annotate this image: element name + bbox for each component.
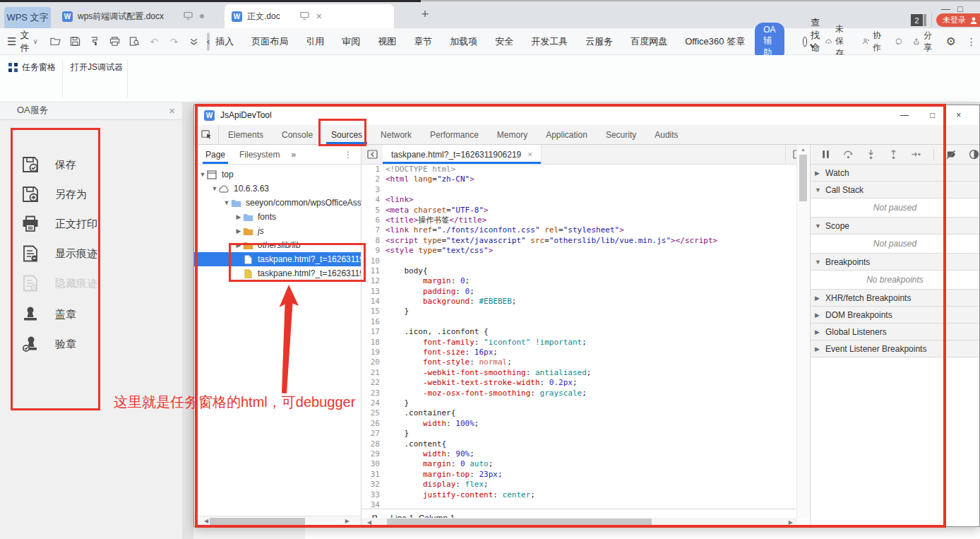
sidebar-section-event-listener-breakpoints[interactable]: ▶Event Listener Breakpoints [811,340,979,357]
hamburger-icon[interactable]: ☰ [7,35,16,48]
ribbon-tab-页面布局[interactable]: 页面布局 [251,35,288,48]
expanded-icon[interactable]: ▼ [222,199,231,206]
sidebar-section-xhr-fetch-breakpoints[interactable]: ▶XHR/fetch Breakpoints [811,290,979,307]
scrollbar-thumb[interactable] [210,518,305,526]
more-options-icon[interactable]: ⋮ [967,36,976,47]
line-number[interactable]: 32 [361,480,386,490]
ribbon-tab-插入[interactable]: 插入 [215,35,234,48]
ribbon-tab-加载项[interactable]: 加载项 [450,35,477,48]
ribbon-tab-开发工具[interactable]: 开发工具 [531,35,568,48]
step-icon[interactable] [911,149,921,160]
sidebar-section-global-listeners[interactable]: ▶Global Listeners [811,324,979,340]
line-number[interactable]: 10 [361,256,386,266]
line-number[interactable]: 1 [361,165,386,174]
hide-navigator-icon[interactable] [361,145,383,164]
line-number[interactable]: 27 [361,429,386,439]
line-number[interactable]: 12 [361,276,386,286]
devtools-tab-security[interactable]: Security [597,125,645,144]
expanded-icon[interactable]: ▼ [210,185,219,192]
file-menu[interactable]: 文件 [20,29,29,54]
devtools-tab-elements[interactable]: Elements [219,125,273,144]
tree-item[interactable]: ▼seeyon/common/wpsOfficeAss [194,196,361,210]
line-number[interactable]: 20 [361,357,386,367]
ribbon-scroll-left-button[interactable]: ‹ [207,32,210,51]
devtools-tab-console[interactable]: Console [273,125,322,144]
navigator-more-tabs-icon[interactable]: » [288,150,299,160]
print-icon[interactable] [109,35,121,47]
devtools-tab-sources[interactable]: Sources [322,125,371,144]
oa-action-显示痕迹[interactable]: 显示痕迹 [21,244,97,263]
wps-app-tab[interactable]: WPS 文字 [4,7,51,28]
navigator-menu-icon[interactable]: ⋮ [344,150,355,160]
devtools-tab-memory[interactable]: Memory [488,125,537,144]
scroll-up-icon[interactable]: ▲ [801,147,806,152]
window-minimize-button[interactable]: — [941,4,950,14]
line-number[interactable]: 31 [361,470,386,480]
open-js-debugger-button[interactable]: 打开JS调试器 [71,61,123,73]
line-number[interactable]: 19 [361,348,386,357]
new-tab-button[interactable]: + [417,7,434,22]
collaborate-button[interactable]: 协作 [862,30,885,54]
share-button[interactable]: 分享 [913,30,936,54]
close-icon[interactable]: × [169,105,175,117]
line-number[interactable]: 16 [361,317,386,327]
ribbon-tab-云服务[interactable]: 云服务 [585,35,613,48]
collapse-toolbar-icon[interactable] [188,35,200,47]
devtools-minimize-button[interactable]: — [900,110,909,120]
save-icon[interactable] [69,35,81,47]
close-icon[interactable]: × [316,11,322,22]
window-maximize-button[interactable]: □ [957,4,963,14]
devtools-close-button[interactable]: × [956,110,961,120]
line-number[interactable]: 11 [361,266,386,276]
devtools-maximize-button[interactable]: □ [930,110,935,120]
line-number[interactable]: 24 [361,398,386,408]
scroll-right-icon[interactable]: ▶ [789,519,793,526]
tree-item[interactable]: ▶fonts [194,210,361,224]
line-number[interactable]: 7 [361,225,386,235]
line-number[interactable]: 23 [361,389,386,398]
line-number[interactable]: 28 [361,439,386,449]
comment-icon[interactable] [895,36,902,47]
line-number[interactable]: 25 [361,408,386,418]
devtools-tab-application[interactable]: Application [537,125,597,144]
line-number[interactable]: 21 [361,368,386,378]
sidebar-section-call-stack[interactable]: ▼Call Stack [811,182,979,199]
line-number[interactable]: 18 [361,338,386,348]
ribbon-tab-章节[interactable]: 章节 [414,35,432,48]
pause-script-icon[interactable] [820,149,831,160]
tree-item[interactable]: ▼top [194,167,361,182]
oa-action-盖章[interactable]: 盖章 [21,305,76,324]
scrollbar-thumb[interactable] [387,519,652,527]
print-preview-icon[interactable] [129,35,141,47]
document-tab[interactable]: Wwps前端调试配置.docx [55,4,225,28]
line-number[interactable]: 9 [361,246,386,256]
collapsed-icon[interactable]: ▶ [234,213,243,220]
devtools-tab-audits[interactable]: Audits [645,125,687,144]
editor-vertical-scrollbar[interactable]: ▲ [796,145,810,518]
collapsed-icon[interactable]: ▶ [234,242,243,249]
ribbon-tab-百度网盘[interactable]: 百度网盘 [631,35,667,48]
tree-item[interactable]: ▼10.6.3.63 [194,182,361,196]
scroll-left-icon[interactable]: ◀ [204,518,208,524]
navigator-tab-filesystem[interactable]: Filesystem [234,145,285,164]
document-tab[interactable]: W正文.doc× [225,4,394,28]
step-into-icon[interactable] [866,149,876,160]
expanded-icon[interactable]: ▼ [198,171,207,178]
line-number[interactable]: 22 [361,378,386,388]
line-number[interactable]: 34 [361,500,386,509]
redo-icon[interactable]: ↷ [168,35,180,47]
oa-action-保存[interactable]: 保存 [21,155,76,174]
editor-file-tab[interactable]: taskpane.html?_t=1626311906219 × [383,145,542,164]
open-file-icon[interactable] [49,35,61,47]
ribbon-tab-审阅[interactable]: 审阅 [342,35,360,48]
collapsed-icon[interactable]: ▶ [234,227,243,235]
oa-action-验章[interactable]: 验章 [21,335,76,353]
ribbon-tab-Office360 签章[interactable]: Office360 签章 [685,35,745,48]
devtools-title-bar[interactable]: W JsApiDevTool — □ × [194,105,979,125]
editor-horizontal-scrollbar[interactable]: ◀ ▶ [361,518,797,527]
scroll-left-icon[interactable]: ◀ [367,519,371,526]
scroll-right-icon[interactable]: ▶ [345,518,349,524]
sidebar-section-dom-breakpoints[interactable]: ▶DOM Breakpoints [811,307,979,324]
line-number[interactable]: 2 [361,174,386,184]
devtools-tab-network[interactable]: Network [371,125,421,144]
